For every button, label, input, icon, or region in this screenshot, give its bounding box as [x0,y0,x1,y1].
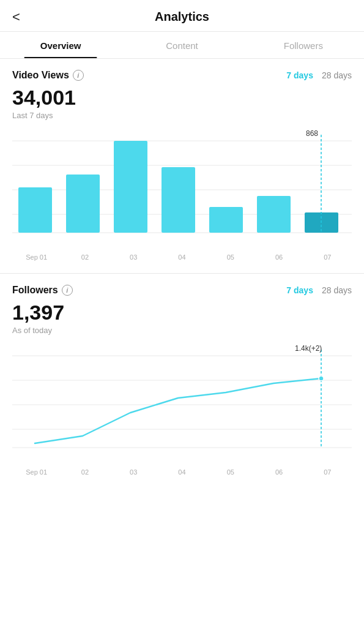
followers-chart: 1.4k(+2) Sep 01 02 03 04 05 06 07 [12,344,352,482]
x-label-sep01: Sep 01 [12,253,61,261]
svg-point-20 [319,376,324,381]
tab-followers[interactable]: Followers [243,32,364,58]
x-label-followers-sep01: Sep 01 [12,468,61,476]
followers-7day-btn[interactable]: 7 days [286,285,313,295]
line-chart-svg: 1.4k(+2) [12,344,352,466]
svg-rect-5 [18,187,52,233]
video-views-sublabel: Last 7 days [12,111,352,120]
svg-text:868: 868 [306,129,318,138]
followers-period-btns: 7 days 28 days [286,285,352,295]
followers-header: Followers i 7 days 28 days [12,285,352,296]
followers-title: Followers [12,285,58,296]
tab-bar: Overview Content Followers [0,32,364,59]
followers-info-icon[interactable]: i [62,285,73,296]
video-views-7day-btn[interactable]: 7 days [286,70,313,80]
x-label-02: 02 [61,253,109,261]
video-views-count: 34,001 [12,86,352,110]
video-views-info-icon[interactable]: i [73,70,84,81]
svg-rect-10 [257,196,291,233]
x-label-07: 07 [303,253,352,261]
svg-rect-9 [209,207,243,233]
page-title: Analytics [155,10,209,24]
followers-28day-btn[interactable]: 28 days [322,285,352,295]
svg-rect-8 [162,167,195,233]
bar-chart-x-labels: Sep 01 02 03 04 05 06 07 [12,251,352,267]
video-views-header: Video Views i 7 days 28 days [12,70,352,81]
followers-section: Followers i 7 days 28 days 1,397 As of t… [0,274,364,482]
video-views-period-btns: 7 days 28 days [286,70,352,80]
x-label-followers-07: 07 [303,468,352,476]
svg-text:1.4k(+2): 1.4k(+2) [295,344,322,353]
x-label-followers-04: 04 [158,468,206,476]
x-label-followers-02: 02 [61,468,109,476]
svg-rect-6 [66,175,100,233]
x-label-followers-05: 05 [206,468,254,476]
x-label-05: 05 [206,253,254,261]
video-views-28day-btn[interactable]: 28 days [322,70,352,80]
x-label-04: 04 [158,253,206,261]
x-label-followers-03: 03 [110,468,158,476]
line-chart-wrap: 1.4k(+2) [12,344,352,466]
followers-sublabel: As of today [12,326,352,335]
header: < Analytics [0,0,364,32]
x-label-03: 03 [110,253,158,261]
followers-title-wrap: Followers i [12,285,73,296]
tab-overview[interactable]: Overview [0,32,121,58]
video-views-chart: 868 Sep 01 02 03 04 05 06 07 [12,129,352,267]
back-button[interactable]: < [12,10,20,24]
video-views-title: Video Views [12,70,69,81]
bar-chart-svg: 868 [12,129,352,251]
video-views-title-wrap: Video Views i [12,70,84,81]
tab-content[interactable]: Content [121,32,242,58]
followers-count: 1,397 [12,301,352,325]
x-label-06: 06 [254,253,303,261]
line-chart-x-labels: Sep 01 02 03 04 05 06 07 [12,466,352,482]
svg-rect-7 [114,141,147,233]
bar-chart-wrap: 868 [12,129,352,251]
video-views-section: Video Views i 7 days 28 days 34,001 Last… [0,59,364,267]
x-label-followers-06: 06 [254,468,303,476]
